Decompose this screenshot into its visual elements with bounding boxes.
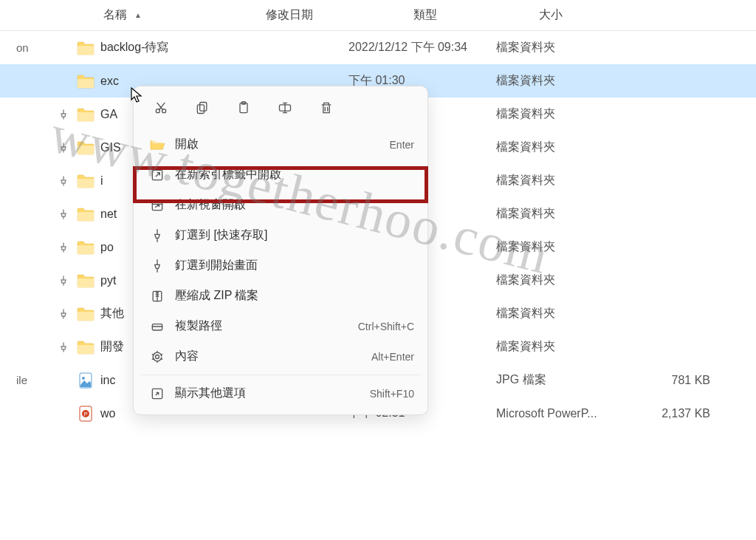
pin-indicator-icon	[0, 143, 74, 153]
pin-indicator-icon	[0, 342, 74, 352]
file-type: 檔案資料夾	[496, 306, 622, 321]
newtab-icon	[147, 168, 168, 182]
menu-item-label: 顯示其他選項	[168, 386, 370, 401]
jpg-icon	[74, 372, 97, 389]
menu-item-label: 複製路徑	[168, 318, 358, 334]
header-name-label: 名稱	[103, 8, 127, 21]
svg-rect-7	[200, 103, 207, 112]
file-size: 2,137 KB	[622, 407, 732, 420]
file-type: 檔案資料夾	[496, 106, 622, 122]
copy-button[interactable]	[190, 97, 215, 119]
folder-icon	[74, 273, 97, 288]
sidebar-fragment: ile	[16, 374, 27, 386]
menu-item-label: 在新索引標籤中開啟	[168, 167, 414, 182]
folder-icon	[74, 74, 97, 89]
file-type: Microsoft PowerP...	[496, 407, 622, 420]
more-icon	[147, 386, 168, 401]
file-type: 檔案資料夾	[496, 173, 622, 188]
pin-indicator-icon	[0, 209, 74, 219]
pin-indicator-icon	[0, 109, 74, 120]
menu-item-shortcut: Alt+Enter	[371, 351, 414, 363]
header-date[interactable]: 修改日期	[266, 7, 413, 23]
menu-item-label: 在新視窗開啟	[168, 197, 414, 213]
folder-icon	[74, 240, 97, 255]
context-menu: 開啟 Enter 在新索引標籤中開啟 在新視窗開啟 釘選到 [快速存取] 釘選到…	[133, 86, 428, 415]
newwin-icon	[147, 198, 168, 213]
menu-item-newwin[interactable]: 在新視窗開啟	[134, 190, 427, 220]
copypath-icon	[147, 319, 168, 334]
svg-rect-8	[197, 105, 204, 114]
menu-item-pin[interactable]: 釘選到開始畫面	[134, 250, 427, 281]
menu-separator	[141, 375, 420, 375]
props-icon	[147, 349, 168, 364]
folder-icon	[74, 107, 97, 122]
menu-item-label: 內容	[168, 349, 371, 364]
folder-icon	[74, 207, 97, 222]
menu-item-newtab[interactable]: 在新索引標籤中開啟	[134, 160, 427, 190]
menu-item-shortcut: Enter	[390, 139, 414, 151]
menu-item-more[interactable]: 顯示其他選項 Shift+F10	[134, 378, 427, 409]
folder-icon	[74, 340, 97, 355]
svg-text:P: P	[84, 411, 88, 417]
menu-item-label: 壓縮成 ZIP 檔案	[168, 288, 414, 304]
svg-rect-15	[152, 324, 162, 329]
menu-item-zip[interactable]: 壓縮成 ZIP 檔案	[134, 281, 427, 311]
menu-item-copypath[interactable]: 複製路徑 Ctrl+Shift+C	[134, 311, 427, 341]
file-name: backlog-待寫	[97, 40, 348, 55]
file-type: 檔案資料夾	[496, 206, 622, 222]
svg-point-16	[156, 355, 159, 358]
file-type: JPG 檔案	[496, 372, 622, 388]
zip-icon	[147, 289, 168, 304]
header-name[interactable]: 名稱▲	[0, 7, 266, 23]
folder-icon	[74, 307, 97, 321]
file-type: 檔案資料夾	[496, 239, 622, 255]
folder-icon	[74, 174, 97, 188]
cut-button[interactable]	[148, 97, 173, 119]
file-type: 檔案資料夾	[496, 140, 622, 155]
file-type: 檔案資料夾	[496, 339, 622, 355]
header-type[interactable]: 類型	[413, 7, 539, 23]
pin-icon	[147, 228, 168, 243]
paste-button[interactable]	[231, 97, 256, 119]
pin-indicator-icon	[0, 276, 74, 286]
sidebar-fragment: on	[16, 41, 29, 54]
svg-point-1	[82, 377, 85, 380]
delete-button[interactable]	[314, 97, 339, 119]
folder-icon	[74, 41, 97, 55]
folder-icon	[74, 140, 97, 155]
column-headers: 名稱▲ 修改日期 類型 大小	[0, 0, 756, 31]
file-type: 檔案資料夾	[496, 273, 622, 288]
rename-button[interactable]	[272, 97, 298, 119]
file-type: 檔案資料夾	[496, 40, 622, 55]
menu-item-label: 釘選到 [快速存取]	[168, 228, 414, 243]
table-row[interactable]: on backlog-待寫 2022/12/12 下午 09:34 檔案資料夾	[0, 31, 756, 64]
menu-item-open[interactable]: 開啟 Enter	[134, 129, 427, 160]
pin-indicator-icon	[0, 176, 74, 186]
sort-indicator-icon: ▲	[134, 11, 142, 19]
menu-item-props[interactable]: 內容 Alt+Enter	[134, 341, 427, 372]
menu-item-label: 開啟	[168, 137, 390, 152]
context-toolbar	[134, 86, 427, 129]
file-date: 2022/12/12 下午 09:34	[348, 40, 496, 55]
menu-item-pin[interactable]: 釘選到 [快速存取]	[134, 220, 427, 250]
pin-icon	[147, 259, 168, 273]
ppt-icon: P	[74, 406, 97, 422]
open-icon	[147, 138, 168, 151]
pin-indicator-icon	[0, 309, 74, 319]
pin-indicator-icon	[0, 242, 74, 253]
menu-item-shortcut: Ctrl+Shift+C	[358, 321, 414, 332]
menu-item-label: 釘選到開始畫面	[168, 258, 414, 273]
file-size: 781 KB	[622, 374, 732, 387]
file-type: 檔案資料夾	[496, 73, 622, 89]
header-size[interactable]: 大小	[539, 7, 650, 23]
menu-item-shortcut: Shift+F10	[370, 388, 414, 400]
